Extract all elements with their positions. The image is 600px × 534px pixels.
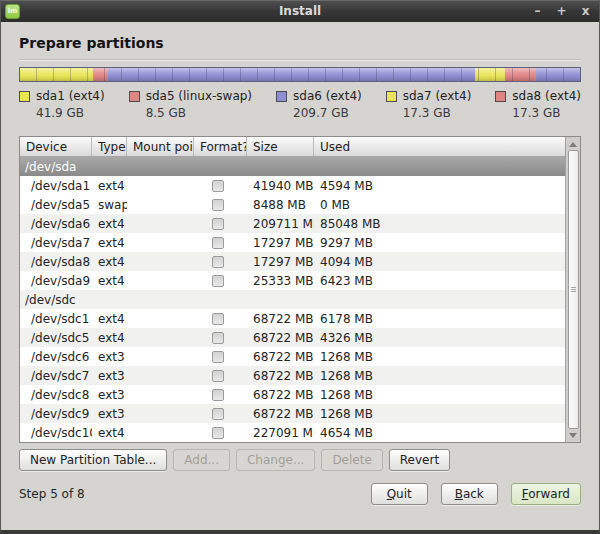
format-cell — [194, 313, 247, 325]
device-cell: /dev/sdc7 — [20, 369, 92, 383]
column-header-mount-point[interactable]: Mount point — [127, 137, 194, 156]
partition-actions: New Partition Table...Add...Change...Del… — [19, 449, 581, 471]
format-cell — [194, 389, 247, 401]
used-cell: 4594 MB — [314, 179, 565, 193]
table-row-dev-sda8[interactable]: /dev/sda8ext417297 MB4094 MB — [20, 252, 565, 271]
device-cell: /dev/sda9 — [20, 274, 92, 288]
legend-label: sda1 (ext4) — [36, 89, 105, 103]
vertical-scrollbar[interactable] — [565, 137, 580, 442]
format-checkbox[interactable] — [212, 256, 224, 268]
close-icon[interactable]: x — [579, 1, 592, 21]
used-cell: 6423 MB — [314, 274, 565, 288]
device-cell: /dev/sdc1 — [20, 312, 92, 326]
format-checkbox[interactable] — [212, 389, 224, 401]
type-cell: ext4 — [92, 255, 127, 269]
size-cell: 209711 MB — [247, 217, 314, 231]
legend-swatch-icon — [495, 91, 506, 102]
table-group-row-dev-sdc[interactable]: /dev/sdc — [20, 290, 565, 309]
table-row-dev-sdc6[interactable]: /dev/sdc6ext368722 MB1268 MB — [20, 347, 565, 366]
device-cell: /dev/sdc10 — [20, 426, 92, 440]
quit-button[interactable]: Quit — [371, 483, 428, 505]
device-cell: /dev/sda5 — [20, 198, 92, 212]
forward-button[interactable]: Forward — [511, 483, 581, 505]
legend-label: sda7 (ext4) — [403, 89, 472, 103]
column-header-type[interactable]: Type — [92, 137, 127, 156]
table-row-dev-sdc10[interactable]: /dev/sdc10ext4227091 MB4654 MB — [20, 423, 565, 442]
legend-label: sda8 (ext4) — [512, 89, 581, 103]
titlebar: lm Install – + x — [1, 0, 599, 22]
legend-swatch-icon — [129, 91, 140, 102]
table-row-dev-sda9[interactable]: /dev/sda9ext425333 MB6423 MB — [20, 271, 565, 290]
format-checkbox[interactable] — [212, 313, 224, 325]
table-row-dev-sdc7[interactable]: /dev/sdc7ext368722 MB1268 MB — [20, 366, 565, 385]
format-cell — [194, 370, 247, 382]
size-cell: 68722 MB — [247, 331, 314, 345]
footer: Step 5 of 8 Quit Back Forward — [19, 483, 581, 505]
table-row-dev-sda7[interactable]: /dev/sda7ext417297 MB9297 MB — [20, 233, 565, 252]
format-cell — [194, 199, 247, 211]
format-checkbox[interactable] — [212, 218, 224, 230]
partition-segment-sda8 — [505, 68, 535, 81]
size-cell: 17297 MB — [247, 255, 314, 269]
table-row-dev-sda6[interactable]: /dev/sda6ext4209711 MB85048 MB — [20, 214, 565, 233]
size-cell: 68722 MB — [247, 312, 314, 326]
format-checkbox[interactable] — [212, 275, 224, 287]
column-header-used[interactable]: Used — [314, 137, 565, 156]
format-cell — [194, 218, 247, 230]
format-checkbox[interactable] — [212, 370, 224, 382]
type-cell: ext4 — [92, 312, 127, 326]
format-checkbox[interactable] — [212, 427, 224, 439]
new-partition-table-button[interactable]: New Partition Table... — [19, 449, 167, 471]
type-cell: swap — [92, 198, 127, 212]
table-row-dev-sdc5[interactable]: /dev/sdc5ext468722 MB4326 MB — [20, 328, 565, 347]
table-row-dev-sdc1[interactable]: /dev/sdc1ext468722 MB6178 MB — [20, 309, 565, 328]
table-row-dev-sdc8[interactable]: /dev/sdc8ext368722 MB1268 MB — [20, 385, 565, 404]
used-cell: 4326 MB — [314, 331, 565, 345]
format-checkbox[interactable] — [212, 351, 224, 363]
format-cell — [194, 332, 247, 344]
scroll-down-icon[interactable] — [569, 430, 577, 440]
scroll-up-icon[interactable] — [569, 139, 577, 149]
install-window: lm Install – + x Prepare partitions sda1… — [0, 0, 600, 534]
type-cell: ext4 — [92, 426, 127, 440]
revert-button[interactable]: Revert — [389, 449, 450, 471]
type-cell: ext3 — [92, 388, 127, 402]
legend-swatch-icon — [276, 91, 287, 102]
column-header-format[interactable]: Format? — [194, 137, 247, 156]
add-button: Add... — [173, 449, 230, 471]
legend-size: 8.5 GB — [146, 106, 252, 120]
format-cell — [194, 351, 247, 363]
size-cell: 68722 MB — [247, 350, 314, 364]
minimize-icon[interactable]: – — [531, 1, 544, 21]
size-cell: 41940 MB — [247, 179, 314, 193]
used-cell: 6178 MB — [314, 312, 565, 326]
table-row-dev-sda5[interactable]: /dev/sda5swap8488 MB0 MB — [20, 195, 565, 214]
format-checkbox[interactable] — [212, 199, 224, 211]
used-cell: 9297 MB — [314, 236, 565, 250]
format-checkbox[interactable] — [212, 332, 224, 344]
back-button[interactable]: Back — [441, 483, 498, 505]
used-cell: 4094 MB — [314, 255, 565, 269]
table-row-dev-sda1[interactable]: /dev/sda1ext441940 MB4594 MB — [20, 176, 565, 195]
size-cell: 227091 MB — [247, 426, 314, 440]
legend-size: 209.7 GB — [293, 106, 362, 120]
used-cell: 85048 MB — [314, 217, 565, 231]
legend-label: sda6 (ext4) — [293, 89, 362, 103]
format-checkbox[interactable] — [212, 237, 224, 249]
format-cell — [194, 408, 247, 420]
maximize-icon[interactable]: + — [555, 1, 568, 21]
table-group-row-dev-sda[interactable]: /dev/sda — [20, 157, 565, 176]
device-cell: /dev/sda1 — [20, 179, 92, 193]
table-row-dev-sdc9[interactable]: /dev/sdc9ext368722 MB1268 MB — [20, 404, 565, 423]
format-checkbox[interactable] — [212, 408, 224, 420]
used-cell: 1268 MB — [314, 350, 565, 364]
used-cell: 4654 MB — [314, 426, 565, 440]
column-header-size[interactable]: Size — [247, 137, 314, 156]
scrollbar-thumb[interactable] — [568, 150, 579, 429]
device-cell: /dev/sda6 — [20, 217, 92, 231]
legend-size: 17.3 GB — [512, 106, 581, 120]
format-checkbox[interactable] — [212, 180, 224, 192]
format-cell — [194, 237, 247, 249]
column-header-device[interactable]: Device — [20, 137, 92, 156]
size-cell: 8488 MB — [247, 198, 314, 212]
